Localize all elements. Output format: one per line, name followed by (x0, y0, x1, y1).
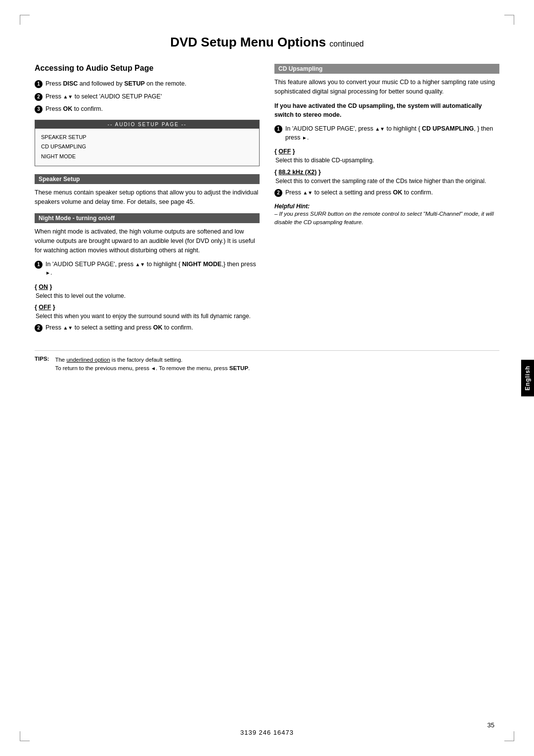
step-1-text: Press DISC and followed by SETUP on the … (45, 80, 186, 89)
night-off-desc: Select this when you want to enjoy the s… (35, 312, 260, 321)
night-step-1-text: In 'AUDIO SETUP PAGE', press ▲▼ to highl… (45, 260, 260, 278)
night-mode-step2: 2 Press ▲▼ to select a setting and press… (35, 324, 260, 332)
accessing-heading: Accessing to Audio Setup Page (35, 64, 260, 73)
page-number: 35 (488, 721, 494, 729)
cd-step-1: 1 In 'AUDIO SETUP PAGE', press ▲▼ to hig… (274, 125, 499, 142)
cd-upsampling-body: This feature allows you to convert your … (274, 78, 499, 96)
step-3: 3 Press OK to confirm. (35, 105, 260, 114)
setup-box-header: -- AUDIO SETUP PAGE -- (35, 120, 259, 129)
hint-box: Helpful Hint: – If you press SURR button… (274, 203, 499, 226)
night-step-2-number: 2 (35, 324, 43, 332)
speaker-setup-header: Speaker Setup (35, 174, 260, 184)
hint-text: – If you press SURR button on the remote… (274, 210, 499, 226)
step-2-text: Press ▲▼ to select 'AUDIO SETUP PAGE' (45, 93, 162, 101)
cd-882-label: { 88.2 kHz (X2) } (274, 169, 499, 176)
tips-label: TIPS: (35, 356, 49, 373)
setup-item-2: CD UPSAMPLING (41, 142, 253, 152)
step-1-number: 1 (35, 80, 43, 88)
step-3-text: Press OK to confirm. (45, 105, 103, 114)
cd-step-2-text: Press ▲▼ to select a setting and press O… (285, 189, 433, 197)
tips-line1: The underlined option is the factory def… (55, 356, 250, 364)
cd-step-1-text: In 'AUDIO SETUP PAGE', press ▲▼ to highl… (285, 125, 499, 142)
main-content: Accessing to Audio Setup Page 1 Press DI… (35, 64, 499, 338)
speaker-setup-body: These menus contain speaker setup option… (35, 188, 260, 207)
night-on-desc: Select this to level out the volume. (35, 292, 260, 300)
page-title: DVD Setup Menu Options continued (35, 35, 499, 50)
cd-steps: 1 In 'AUDIO SETUP PAGE', press ▲▼ to hig… (274, 125, 499, 142)
setup-box-body: SPEAKER SETUP CD UPSAMPLING NIGHT MODE (35, 129, 259, 166)
cd-upsampling-bold-note: If you have activated the CD upsampling,… (274, 101, 499, 120)
title-text: DVD Setup Menu Options (170, 35, 326, 49)
right-column: CD Upsampling This feature allows you to… (274, 64, 499, 338)
tips-section: TIPS: The underlined option is the facto… (35, 350, 499, 373)
night-mode-header: Night Mode - turning on/off (35, 213, 260, 223)
cd-step-2: 2 Press ▲▼ to select a setting and press… (274, 189, 499, 197)
cd-off-label: { OFF } (274, 148, 499, 155)
setup-item-1: SPEAKER SETUP (41, 133, 253, 142)
night-mode-body: When night mode is activated, the high v… (35, 227, 260, 255)
cd-step-2-number: 2 (274, 189, 282, 197)
step-2-number: 2 (35, 93, 43, 101)
tips-row: TIPS: The underlined option is the facto… (35, 356, 499, 373)
step-2: 2 Press ▲▼ to select 'AUDIO SETUP PAGE' (35, 93, 260, 101)
product-code: 3139 246 16473 (240, 729, 294, 736)
night-step-1: 1 In 'AUDIO SETUP PAGE', press ▲▼ to hig… (35, 260, 260, 278)
night-mode-steps: 1 In 'AUDIO SETUP PAGE', press ▲▼ to hig… (35, 260, 260, 278)
accessing-steps: 1 Press DISC and followed by SETUP on th… (35, 80, 260, 114)
night-step-1-number: 1 (35, 261, 43, 269)
left-column: Accessing to Audio Setup Page 1 Press DI… (35, 64, 260, 338)
tips-content: The underlined option is the factory def… (55, 356, 250, 373)
cd-step-1-number: 1 (274, 125, 282, 133)
night-on-label: { ON } (35, 284, 260, 290)
cd-step2-list: 2 Press ▲▼ to select a setting and press… (274, 189, 499, 197)
step-3-number: 3 (35, 105, 43, 113)
night-off-label: { OFF } (35, 304, 260, 311)
step-1: 1 Press DISC and followed by SETUP on th… (35, 80, 260, 89)
setup-item-3: NIGHT MODE (41, 152, 253, 162)
night-step-2-text: Press ▲▼ to select a setting and press O… (45, 324, 193, 332)
audio-setup-box: -- AUDIO SETUP PAGE -- SPEAKER SETUP CD … (35, 120, 260, 166)
tips-line2: To return to the previous menu, press ◄.… (55, 364, 250, 373)
cd-882-desc: Select this to convert the sampling rate… (274, 177, 499, 186)
title-continued: continued (329, 40, 363, 48)
cd-off-desc: Select this to disable CD-upsampling. (274, 156, 499, 165)
hint-title: Helpful Hint: (274, 203, 499, 210)
night-step-2: 2 Press ▲▼ to select a setting and press… (35, 324, 260, 332)
cd-upsampling-header: CD Upsampling (274, 64, 499, 74)
